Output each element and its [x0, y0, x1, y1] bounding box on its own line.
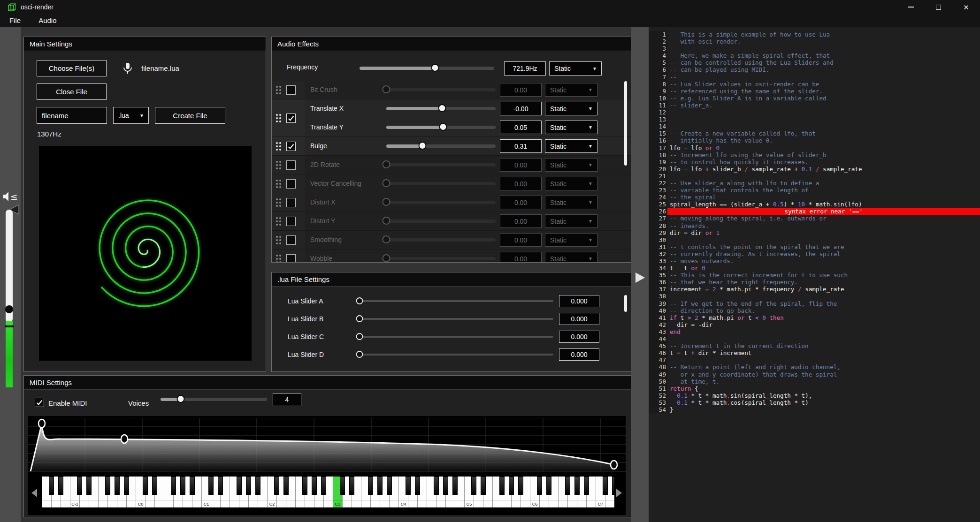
effect-enable-checkbox[interactable] — [286, 254, 296, 262]
drag-handle-icon[interactable] — [276, 255, 281, 262]
effect-mode-dropdown[interactable]: Static▼ — [545, 214, 597, 228]
piano-black-key[interactable] — [237, 477, 242, 495]
extension-dropdown[interactable]: .lua ▼ — [113, 107, 149, 124]
slider-handle[interactable] — [356, 297, 363, 304]
effect-enable-checkbox[interactable] — [286, 235, 296, 245]
slider-handle[interactable] — [356, 351, 363, 358]
slider-track[interactable] — [386, 219, 496, 223]
slider-track[interactable] — [386, 88, 496, 91]
frequency-value-box[interactable]: 721.9Hz — [504, 61, 546, 76]
piano-black-key[interactable] — [584, 477, 589, 495]
slider-handle[interactable] — [356, 315, 363, 322]
slider-track[interactable] — [386, 201, 496, 204]
effect-value-box[interactable]: 0.31 — [500, 139, 542, 153]
drag-handle-icon[interactable] — [276, 86, 281, 94]
frequency-slider[interactable] — [360, 63, 494, 73]
piano-black-key[interactable] — [499, 477, 505, 495]
piano-black-key[interactable] — [283, 477, 289, 495]
effect-mode-dropdown[interactable]: Static▼ — [545, 102, 597, 115]
drag-handle-icon[interactable] — [276, 198, 281, 207]
piano-black-key[interactable] — [312, 477, 317, 495]
piano-black-key[interactable] — [274, 477, 279, 495]
piano-black-key[interactable] — [77, 477, 82, 495]
effect-value-box[interactable]: 0.05 — [500, 121, 542, 134]
slider-handle[interactable] — [439, 123, 447, 131]
piano-black-key[interactable] — [340, 477, 345, 495]
effect-mode-dropdown[interactable]: Static▼ — [545, 196, 597, 209]
microphone-icon[interactable] — [122, 62, 133, 75]
close-button[interactable]: ✕ — [959, 0, 973, 14]
effect-enable-checkbox[interactable] — [286, 85, 296, 95]
choose-files-button[interactable]: Choose File(s) — [37, 60, 107, 76]
drag-handle-icon[interactable] — [276, 114, 281, 122]
minimize-button[interactable] — [903, 0, 918, 14]
effect-mode-dropdown[interactable]: Static▼ — [545, 139, 597, 153]
piano-black-key[interactable] — [152, 477, 157, 495]
piano-black-key[interactable] — [537, 477, 542, 495]
piano-black-key[interactable] — [612, 477, 615, 495]
filename-input[interactable]: filename — [37, 107, 107, 124]
midi-keyboard[interactable]: C-1C0C1C2C3C4C5C6C7 — [42, 477, 614, 507]
play-icon[interactable] — [635, 272, 646, 283]
envelope-sustain-handle[interactable] — [121, 435, 128, 443]
voices-value-box[interactable]: 4 — [273, 393, 301, 406]
lua-slider[interactable] — [360, 332, 553, 341]
effect-slider[interactable] — [386, 141, 496, 151]
piano-black-key[interactable] — [368, 477, 373, 495]
slider-handle[interactable] — [383, 160, 390, 168]
menu-item-audio[interactable]: Audio — [36, 15, 59, 25]
piano-black-key[interactable] — [302, 477, 307, 495]
drag-handle-icon[interactable] — [276, 217, 281, 226]
effect-enable-checkbox[interactable] — [286, 179, 296, 189]
effect-mode-dropdown[interactable]: Static▼ — [545, 252, 597, 262]
effect-slider[interactable] — [386, 122, 496, 132]
piano-black-key[interactable] — [603, 477, 608, 495]
effect-mode-dropdown[interactable]: Static▼ — [545, 177, 597, 190]
envelope-release-handle[interactable] — [611, 461, 617, 469]
effect-slider[interactable] — [386, 160, 496, 169]
piano-black-key[interactable] — [86, 477, 92, 495]
piano-black-key[interactable] — [387, 477, 392, 495]
effect-value-box[interactable]: 0.00 — [500, 252, 542, 262]
effect-enable-checkbox[interactable] — [286, 198, 296, 207]
slider-handle[interactable] — [383, 179, 390, 187]
piano-black-key[interactable] — [124, 477, 129, 495]
drag-handle-icon[interactable] — [276, 236, 281, 244]
lua-slider-value-box[interactable]: 0.000 — [559, 313, 599, 325]
piano-black-key[interactable] — [481, 477, 486, 495]
piano-black-key[interactable] — [49, 477, 54, 495]
piano-black-key[interactable] — [190, 477, 195, 495]
effect-value-box[interactable]: 0.00 — [500, 233, 542, 247]
piano-black-key[interactable] — [565, 477, 570, 495]
piano-black-key[interactable] — [452, 477, 458, 495]
slider-handle[interactable] — [383, 235, 390, 243]
lua-slider[interactable] — [360, 296, 553, 306]
frequency-mode-dropdown[interactable]: Static ▼ — [549, 61, 602, 76]
effect-enable-checkbox[interactable] — [286, 113, 296, 123]
piano-black-key[interactable] — [143, 477, 148, 495]
slider-handle[interactable] — [383, 217, 390, 225]
effect-value-box[interactable]: 0.00 — [500, 177, 542, 190]
slider-handle[interactable] — [438, 104, 446, 112]
slider-track[interactable] — [360, 300, 553, 302]
piano-black-key[interactable] — [218, 477, 223, 495]
piano-black-key[interactable] — [574, 477, 580, 495]
slider-handle[interactable] — [383, 85, 390, 93]
effect-slider[interactable] — [386, 235, 496, 244]
effect-value-box[interactable]: 0.00 — [500, 214, 542, 228]
piano-black-key[interactable] — [434, 477, 439, 495]
code-editor[interactable]: 1-- This is a simple example of how to u… — [649, 27, 980, 522]
piano-black-key[interactable] — [471, 477, 476, 495]
lua-slider-value-box[interactable]: 0.000 — [559, 331, 599, 343]
piano-black-key[interactable] — [171, 477, 176, 495]
effect-slider[interactable] — [386, 85, 496, 94]
effect-enable-checkbox[interactable] — [286, 217, 296, 226]
slider-track[interactable] — [386, 163, 496, 166]
piano-black-key[interactable] — [180, 477, 185, 495]
lua-slider-value-box[interactable]: 0.000 — [559, 295, 599, 307]
drag-handle-icon[interactable] — [276, 161, 281, 169]
effect-slider[interactable] — [386, 216, 496, 226]
effect-enable-checkbox[interactable] — [286, 160, 296, 170]
piano-black-key[interactable] — [115, 477, 120, 495]
effect-value-box[interactable]: 0.00 — [500, 83, 542, 97]
